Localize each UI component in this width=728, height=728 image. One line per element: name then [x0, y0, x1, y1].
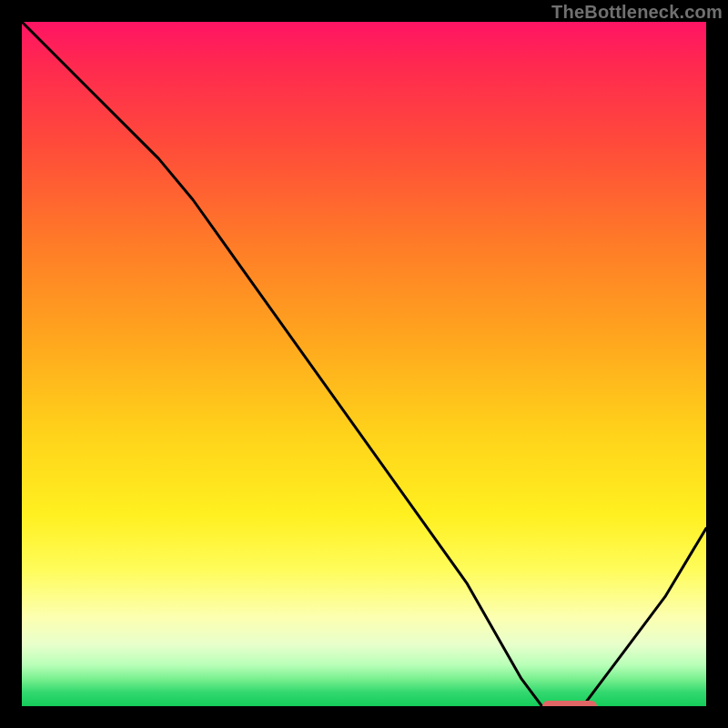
bottleneck-curve-line	[22, 22, 706, 706]
watermark-text: TheBottleneck.com	[551, 2, 723, 23]
optimal-range-marker	[542, 701, 597, 706]
plot-area	[22, 22, 706, 706]
bottleneck-chart: TheBottleneck.com	[0, 0, 728, 728]
curve-layer	[22, 22, 706, 706]
